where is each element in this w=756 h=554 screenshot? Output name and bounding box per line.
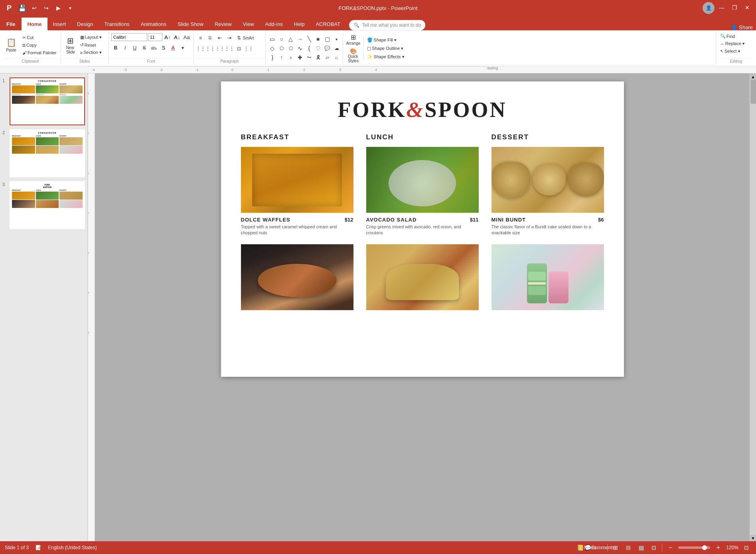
section-button[interactable]: ≡ Section ▾ [79,49,103,56]
shape-chevron[interactable]: › [286,53,295,62]
align-left-button[interactable]: ⋮⋮ [196,44,205,53]
share-button[interactable]: 👤 Share [731,24,753,30]
clear-format-button[interactable]: Aa [182,33,191,42]
slide-canvas[interactable]: FORK&SPOON BREAKFAST [221,81,624,377]
close-button[interactable]: ✕ [742,2,753,13]
shape-fill-button[interactable]: 🪣 Shape Fill ▾ [365,37,406,44]
italic-button[interactable]: I [121,44,130,52]
align-right-button[interactable]: ⋮⋮ [215,44,224,53]
shape-diamond[interactable]: ◇ [268,44,277,53]
shape-line[interactable]: ╲ [305,35,314,44]
shape-heart[interactable]: ♡ [314,44,323,53]
format-painter-button[interactable]: 🖌 Format Painter [21,49,58,56]
tab-review[interactable]: Review [209,18,237,30]
zoom-out-button[interactable]: − [665,543,675,552]
scroll-down-button[interactable]: ▼ [750,535,756,541]
decrease-indent-button[interactable]: ⇤ [215,34,224,42]
reset-button[interactable]: ↺ Reset [79,42,103,48]
play-icon[interactable]: ▶ [53,3,63,13]
tell-me-input[interactable]: 🔍 Tell me what you want to do [349,20,425,30]
font-name-input[interactable]: Calibri [111,33,147,41]
tab-acrobat[interactable]: ACROBAT [310,18,346,30]
columns-button[interactable]: ⋮⋮ [244,44,253,53]
minimize-button[interactable]: — [716,2,727,13]
tab-addins[interactable]: Add-ins [260,18,288,30]
tab-animations[interactable]: Animations [135,18,172,30]
vertical-scrollbar[interactable]: ▲ ▼ [750,73,756,541]
increase-indent-button[interactable]: ⇥ [225,34,234,42]
tab-home[interactable]: Home [22,18,47,30]
customize-quick-access-icon[interactable]: ▼ [65,3,75,13]
font-size-input[interactable]: 11 [148,33,162,41]
redo-icon[interactable]: ↪ [41,3,51,13]
slide-thumbnail-1[interactable]: 1 FORK&SPOON BREAKFAST DOLCE WAFFLES Top… [2,77,86,126]
normal-view-button[interactable]: ⊞ [611,543,620,552]
undo-icon[interactable]: ↩ [30,3,39,13]
strikethrough-button[interactable]: S [140,44,149,52]
shape-cross[interactable]: ✚ [296,53,304,62]
reading-view-button[interactable]: ▤ [636,543,646,552]
tab-view[interactable]: View [237,18,260,30]
align-text-button[interactable]: ⊡ [235,44,243,53]
zoom-slider[interactable] [678,546,710,549]
arrange-button[interactable]: ⊞ Arrange [345,33,362,46]
find-button[interactable]: 🔍 Find [718,33,736,40]
font-highlight-button[interactable]: ▾ [178,44,187,52]
restore-button[interactable]: ❐ [729,2,740,13]
font-color-button[interactable]: A [169,44,178,52]
numbering-button[interactable]: ① [206,34,215,42]
shape-pentagon[interactable]: ⬠ [277,44,286,53]
layout-button[interactable]: ▦ Layout ▾ [79,34,103,41]
underline-button[interactable]: U [130,44,139,52]
shape-arrow-up[interactable]: ↑ [277,53,286,62]
shape-callout[interactable]: 💬 [323,44,332,53]
shape-bracket[interactable]: { [305,44,314,53]
shape-wave[interactable]: 〜 [305,53,314,62]
cut-button[interactable]: ✂ Cut [21,34,58,41]
replace-button[interactable]: ↔ Replace ▾ [718,40,746,47]
zoom-in-button[interactable]: + [713,543,723,552]
shape-rectangle[interactable]: ▭ [268,35,277,44]
notes-icon-status[interactable]: 📝 [34,543,43,552]
shape-hexagon[interactable]: ⬡ [286,44,295,53]
shape-outline-button[interactable]: ▢ Shape Outline ▾ [365,45,406,52]
shape-trapezoid[interactable]: ⏢ [332,53,341,62]
subscript-button[interactable]: ab₂ [150,44,158,52]
shape-triangle[interactable]: △ [286,35,295,44]
comments-button[interactable]: 💬 Comments [594,543,604,552]
shape-effects-button[interactable]: ✨ Shape Effects ▾ [365,53,406,60]
shape-more[interactable]: ▾ [332,35,341,44]
shape-cloud[interactable]: ☁ [332,44,341,53]
bullets-button[interactable]: ≡ [196,34,205,42]
tab-help[interactable]: Help [288,18,310,30]
shape-rounded-rect[interactable]: ▢ [323,35,332,44]
save-icon[interactable]: 💾 [18,3,27,13]
slide-editor[interactable]: FORK&SPOON BREAKFAST [95,73,750,541]
shape-brace[interactable]: } [268,53,277,62]
slide-sorter-button[interactable]: ⊟ [624,543,633,552]
text-direction-button[interactable]: ⇅ [235,34,243,42]
tab-transitions[interactable]: Transitions [99,18,135,30]
tab-file[interactable]: File [0,18,22,30]
paste-button[interactable]: 📋 Paste [2,37,20,53]
slide-show-button[interactable]: ⊡ [649,543,659,552]
fit-slide-button[interactable]: ⊡ [742,543,751,552]
shape-curve[interactable]: ∿ [296,44,304,53]
tab-slideshow[interactable]: Slide Show [172,18,209,30]
scroll-up-button[interactable]: ▲ [750,73,756,80]
tab-design[interactable]: Design [71,18,99,30]
select-button[interactable]: ↖ Select ▾ [718,48,742,55]
tab-insert[interactable]: Insert [47,18,72,30]
scroll-thumb[interactable] [750,80,756,104]
shape-star[interactable]: ★ [314,35,323,44]
new-slide-button[interactable]: ⊞ NewSlide [63,35,78,55]
align-center-button[interactable]: ⋮⋮ [206,44,215,53]
copy-button[interactable]: ⧉ Copy [21,42,58,49]
slide-thumbnail-3[interactable]: 3 FORK&SPOON BREAKFAST LUNCH [2,180,86,230]
slide-thumbnail-2[interactable]: 2 FORK&SPOON BREAKFAST LUNCH [2,129,86,178]
shape-ribbon[interactable]: 🎗 [314,53,323,62]
user-profile[interactable]: 👤 [703,2,715,14]
justify-button[interactable]: ⋮⋮ [225,44,234,53]
slide-title-container[interactable]: FORK&SPOON [241,97,604,122]
bold-button[interactable]: B [111,44,120,52]
